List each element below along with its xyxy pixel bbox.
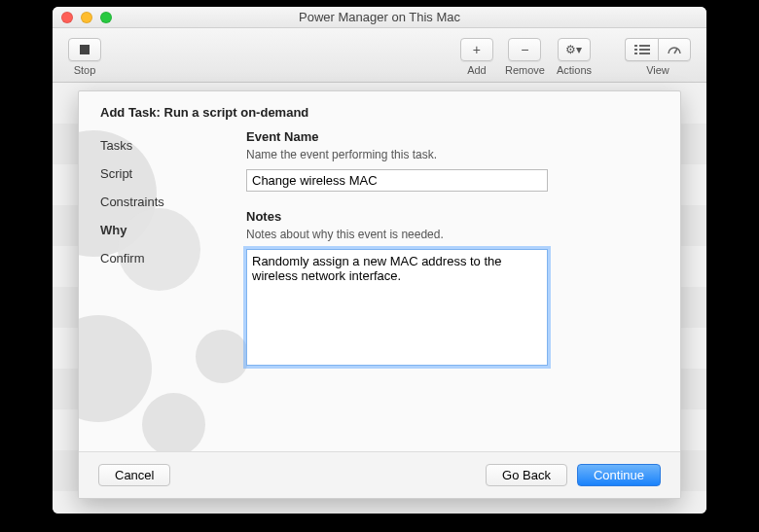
content-background: Add Task: Run a script on-demand Tasks S… bbox=[53, 83, 706, 514]
step-tasks[interactable]: Tasks bbox=[100, 131, 246, 160]
wizard-steps: Tasks Script Constraints Why Confirm bbox=[100, 127, 246, 369]
form-area: Event Name Name the event performing thi… bbox=[246, 127, 659, 369]
remove-button[interactable]: − Remove bbox=[499, 34, 551, 76]
go-back-button[interactable]: Go Back bbox=[486, 464, 567, 486]
notes-label: Notes bbox=[246, 209, 659, 224]
add-task-sheet: Add Task: Run a script on-demand Tasks S… bbox=[78, 90, 681, 499]
svg-rect-1 bbox=[639, 45, 650, 47]
svg-rect-3 bbox=[639, 49, 650, 51]
continue-button[interactable]: Continue bbox=[577, 464, 661, 486]
zoom-window-button[interactable] bbox=[100, 12, 112, 23]
cancel-button[interactable]: Cancel bbox=[98, 464, 170, 486]
sheet-footer: Cancel Go Back Continue bbox=[79, 451, 680, 498]
remove-label: Remove bbox=[505, 64, 545, 76]
event-name-label: Event Name bbox=[246, 129, 659, 144]
svg-rect-4 bbox=[634, 53, 637, 54]
event-name-input[interactable] bbox=[246, 169, 548, 192]
view-label: View bbox=[646, 64, 669, 76]
svg-rect-0 bbox=[634, 45, 637, 47]
add-button[interactable]: + Add bbox=[454, 34, 499, 76]
decoration-blob bbox=[142, 393, 205, 456]
gauge-view-icon bbox=[658, 38, 691, 61]
toolbar: Stop + Add − Remove ⚙︎▾ Actions bbox=[53, 28, 706, 83]
close-window-button[interactable] bbox=[61, 12, 73, 23]
plus-icon: + bbox=[460, 38, 493, 61]
window-title: Power Manager on This Mac bbox=[53, 10, 706, 24]
title-bar: Power Manager on This Mac bbox=[53, 7, 706, 28]
stop-label: Stop bbox=[74, 64, 96, 76]
step-constraints[interactable]: Constraints bbox=[100, 188, 246, 216]
svg-rect-5 bbox=[639, 53, 650, 54]
sheet-title: Add Task: Run a script on-demand bbox=[79, 91, 680, 127]
gear-icon: ⚙︎▾ bbox=[558, 38, 591, 61]
add-label: Add bbox=[467, 64, 487, 76]
svg-line-6 bbox=[674, 49, 677, 53]
step-script[interactable]: Script bbox=[100, 160, 246, 188]
minus-icon: − bbox=[508, 38, 541, 61]
notes-desc: Notes about why this event is needed. bbox=[246, 228, 659, 241]
list-view-icon bbox=[625, 38, 658, 61]
view-button[interactable]: View bbox=[619, 34, 697, 76]
app-window: Power Manager on This Mac Stop + Add − R… bbox=[53, 7, 706, 514]
notes-textarea[interactable] bbox=[246, 249, 548, 366]
step-why[interactable]: Why bbox=[100, 216, 246, 244]
svg-rect-2 bbox=[634, 49, 637, 51]
traffic-lights bbox=[61, 12, 112, 23]
event-name-desc: Name the event performing this task. bbox=[246, 148, 659, 161]
actions-button[interactable]: ⚙︎▾ Actions bbox=[551, 34, 597, 76]
step-confirm[interactable]: Confirm bbox=[100, 244, 246, 272]
stop-icon bbox=[68, 38, 101, 61]
actions-label: Actions bbox=[557, 64, 592, 76]
minimize-window-button[interactable] bbox=[81, 12, 92, 23]
stop-button[interactable]: Stop bbox=[62, 34, 107, 76]
